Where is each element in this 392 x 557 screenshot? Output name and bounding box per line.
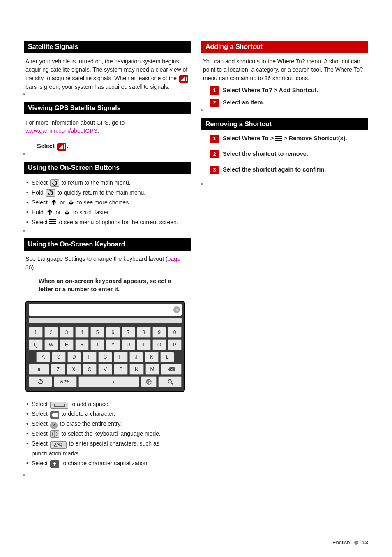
signal-bars-icon-2: [57, 143, 66, 151]
step-badge-3: 3: [210, 166, 219, 174]
svg-rect-7: [61, 146, 62, 149]
key-e[interactable]: E: [60, 339, 74, 350]
svg-rect-3: [184, 77, 185, 81]
key-u[interactable]: U: [122, 339, 136, 350]
key-4[interactable]: 4: [75, 327, 89, 338]
key-o[interactable]: O: [152, 339, 166, 350]
select-bars-step: Select: [37, 143, 55, 149]
key-n[interactable]: N: [129, 364, 143, 375]
step-badge-1: 1: [210, 86, 219, 95]
section-dot: [23, 153, 25, 155]
backspace-icon: [50, 411, 59, 419]
section-dot: [23, 93, 25, 95]
svg-rect-8: [62, 145, 63, 149]
svg-rect-0: [181, 80, 182, 81]
step-rem-3: Select the shortcut again to confirm.: [223, 166, 326, 174]
key-6[interactable]: 6: [106, 327, 120, 338]
key-d[interactable]: D: [67, 352, 81, 362]
symbols-key-icon: &?%: [50, 441, 67, 449]
key-p[interactable]: P: [168, 339, 182, 350]
menu-icon: [275, 135, 282, 142]
svg-rect-1: [182, 79, 183, 81]
key-a[interactable]: A: [36, 352, 50, 362]
step-badge-2: 2: [210, 99, 219, 107]
page-footer: English 13: [332, 539, 368, 545]
satellite-signals-body: After your vehicle is turned on, the nav…: [24, 57, 191, 91]
key-w[interactable]: W: [44, 339, 58, 350]
key-g[interactable]: G: [98, 352, 112, 362]
svg-rect-6: [60, 147, 61, 149]
arrow-up-icon: [50, 199, 58, 206]
key-j[interactable]: J: [129, 352, 143, 362]
key-y[interactable]: Y: [106, 339, 120, 350]
kbd-suggestion-bar: [29, 318, 182, 323]
keyboard-notes-list: Select to add a space. Select to delete …: [24, 399, 191, 469]
step-rem-1: Select Where To > > Remove Shortcut(s).: [223, 135, 347, 143]
onscreen-buttons-list: Select to return to the main menu. Hold …: [24, 178, 191, 227]
key-k[interactable]: K: [145, 352, 159, 362]
key-x[interactable]: X: [67, 364, 81, 375]
step-add-1: Select Where To? > Add Shortcut.: [223, 86, 318, 95]
key-5[interactable]: 5: [90, 327, 104, 338]
key-search[interactable]: [158, 376, 182, 387]
space-key-icon: [50, 402, 68, 409]
section-dot: [201, 109, 203, 111]
key-7[interactable]: 7: [122, 327, 136, 338]
key-q[interactable]: Q: [29, 339, 43, 350]
key-backspace[interactable]: [161, 364, 182, 375]
key-2[interactable]: 2: [44, 327, 58, 338]
key-m[interactable]: M: [145, 364, 159, 375]
key-8[interactable]: 8: [137, 327, 151, 338]
key-r[interactable]: R: [75, 339, 89, 350]
key-h[interactable]: H: [114, 352, 128, 362]
hdr-onscreen-buttons: Using the On-Screen Buttons: [24, 162, 191, 174]
key-c[interactable]: C: [83, 364, 97, 375]
hdr-onscreen-keyboard: Using the On-Screen Keyboard: [24, 238, 191, 251]
key-space[interactable]: [78, 376, 139, 387]
section-dot: [201, 183, 203, 185]
svg-rect-9: [64, 144, 65, 149]
footer-dot-icon: [354, 541, 358, 545]
step-badge-2: 2: [210, 150, 219, 158]
globe-icon: [50, 430, 59, 438]
hdr-adding-shortcut: Adding a Shortcut: [201, 41, 368, 53]
arrow-down-icon: [67, 199, 75, 206]
key-f[interactable]: F: [83, 352, 97, 362]
keyboard-instruction: When an on-screen keyboard appears, sele…: [25, 277, 189, 293]
link-garmin[interactable]: www.garmin.com/aboutGPS: [25, 128, 97, 134]
footer-page-number: 13: [362, 539, 368, 545]
svg-point-11: [168, 380, 171, 383]
key-l[interactable]: L: [160, 352, 174, 362]
key-symbols[interactable]: &?%: [54, 376, 77, 387]
svg-rect-5: [59, 148, 60, 149]
section-dot: [23, 474, 25, 476]
keyboard-body: See Language Settings to change the keyb…: [24, 255, 191, 272]
key-1[interactable]: 1: [29, 327, 43, 338]
key-i[interactable]: I: [137, 339, 151, 350]
back-icon: [50, 179, 59, 187]
arrow-down-icon: [63, 209, 71, 216]
keyboard-panel: × 1 2 3 4 5 6 7 8 9: [25, 301, 185, 392]
key-back[interactable]: [29, 376, 52, 387]
key-3[interactable]: 3: [60, 327, 74, 338]
key-s[interactable]: S: [52, 352, 66, 362]
key-z[interactable]: Z: [51, 364, 65, 375]
arrow-up-icon: [46, 209, 53, 216]
key-v[interactable]: V: [98, 364, 112, 375]
viewing-gps-body: For more information about GPS, go to ww…: [24, 118, 191, 135]
kbd-text-field[interactable]: [29, 304, 182, 316]
adding-shortcut-body: You can add shortcuts to the Where To? m…: [201, 57, 368, 82]
top-divider: [24, 30, 368, 30]
step-badge-1: 1: [210, 135, 219, 143]
key-0[interactable]: 0: [168, 327, 182, 338]
key-b[interactable]: B: [114, 364, 128, 375]
key-globe[interactable]: [141, 376, 157, 387]
footer-language: English: [332, 539, 350, 545]
step-add-2: Select an item.: [223, 99, 265, 107]
svg-rect-4: [186, 77, 187, 81]
key-9[interactable]: 9: [152, 327, 166, 338]
menu-icon: [49, 218, 56, 225]
step-rem-2: Select the shortcut to remove.: [223, 150, 308, 158]
key-t[interactable]: T: [90, 339, 104, 350]
key-shift[interactable]: [29, 364, 49, 375]
